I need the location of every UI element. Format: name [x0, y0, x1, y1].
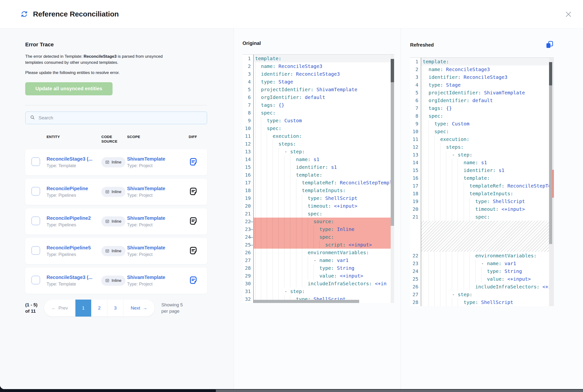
code-source-badge: Inline	[101, 276, 125, 286]
copy-button[interactable]	[545, 40, 554, 49]
page-number-button[interactable]: 2	[91, 300, 107, 316]
code-line: 14 name: s1	[410, 159, 554, 166]
code-line: 28 type: String	[242, 264, 394, 272]
code-line: 1template:	[410, 58, 554, 66]
entity-type-label: Type: Pipelines	[46, 222, 101, 228]
page-number-group: 123	[75, 300, 123, 316]
entity-type-label: Type: Template	[46, 163, 101, 168]
code-line: 30 includeInfraSelectors: <+in	[242, 280, 394, 288]
code-line: 9 type: Custom	[410, 120, 554, 128]
scope-type-label: Type: Project	[127, 252, 189, 257]
update-all-unsynced-entities-button[interactable]: Update all unsynced entities	[25, 82, 112, 95]
scope-link[interactable]: ShivamTemplate	[127, 245, 189, 250]
code-line: 13 - step:	[410, 151, 554, 159]
code-line: 5 projectIdentifier: ShivamTemplate	[410, 89, 554, 96]
close-button[interactable]	[564, 10, 573, 19]
search-input[interactable]	[38, 115, 202, 121]
original-horizontal-scrollbar[interactable]	[254, 300, 391, 303]
page-number-button[interactable]: 3	[107, 300, 123, 316]
entity-link[interactable]: ReconcileStage3 (...	[46, 274, 101, 280]
row-checkbox[interactable]	[31, 158, 40, 166]
code-line: 26 includeInfraSelectors: <+in	[410, 283, 554, 290]
code-line: 21 spec:	[242, 210, 394, 218]
code-line: 31 - step:	[242, 288, 394, 295]
error-trace-panel: Error Trace The error detected in Templa…	[0, 28, 234, 389]
pagination: (1 - 5) of 11 ← Prev 123 Next → Showing …	[25, 300, 207, 316]
table-row: ReconcilePipelineType: PipelinesInlineSh…	[25, 179, 207, 205]
code-gap-row	[410, 221, 554, 252]
code-line: 20 timeout: <+input>	[242, 202, 394, 210]
entity-type-label: Type: Template	[46, 282, 101, 287]
code-line: 5 projectIdentifier: ShivamTemplate	[242, 86, 394, 94]
code-source-label: Inline	[111, 219, 121, 224]
prev-page-button[interactable]: ← Prev	[44, 300, 75, 316]
row-checkbox[interactable]	[31, 276, 40, 284]
row-checkbox[interactable]	[31, 246, 40, 255]
refreshed-vertical-scrollbar-thumb[interactable]	[549, 62, 552, 244]
refreshed-panel-header: Refreshed	[410, 40, 554, 49]
page-horizontal-scrollbar[interactable]	[216, 390, 583, 392]
refreshed-code-lines: 1template:2 name: ReconcileStage33 ident…	[410, 58, 554, 306]
diff-icon[interactable]	[189, 216, 198, 226]
refreshed-label: Refreshed	[410, 42, 434, 48]
code-line: 16 template:	[242, 171, 394, 179]
entity-link[interactable]: ReconcileStage3 (...	[46, 156, 101, 162]
divider	[25, 105, 207, 105]
entity-link[interactable]: ReconcilePipeline2	[46, 216, 101, 221]
original-code-editor[interactable]: 1template:2 name: ReconcileStage33 ident…	[242, 54, 394, 303]
scope-link[interactable]: ShivamTemplate	[127, 156, 189, 162]
code-line: 14 name: s1	[242, 156, 394, 163]
page-number-button[interactable]: 1	[75, 300, 91, 316]
column-header-diff: DIFF	[189, 134, 200, 139]
refreshed-code-editor[interactable]: 1template:2 name: ReconcileStage33 ident…	[410, 58, 554, 306]
row-checkbox[interactable]	[31, 216, 40, 225]
refreshed-vertical-scrollbar[interactable]	[549, 58, 554, 306]
code-source-badge: Inline	[101, 246, 125, 256]
original-vertical-scrollbar-thumb[interactable]	[391, 59, 394, 226]
search-box	[25, 112, 207, 124]
code-line: 8 spec:	[242, 109, 394, 117]
code-line: 11 execution:	[242, 132, 394, 140]
table-row: ReconcilePipeline2Type: PipelinesInlineS…	[25, 208, 207, 234]
inline-source-icon	[105, 190, 109, 194]
error-trace-heading: Error Trace	[25, 42, 207, 48]
diff-icon[interactable]	[189, 157, 198, 166]
original-horizontal-scrollbar-thumb[interactable]	[254, 300, 359, 303]
original-vertical-scrollbar[interactable]	[391, 54, 394, 303]
code-source-label: Inline	[111, 190, 121, 194]
code-line: 7 tags: {}	[242, 101, 394, 109]
prev-page-label: Prev	[58, 306, 68, 311]
code-line: 17 templateRef: ReconcileStepTempl	[410, 182, 554, 190]
code-line: 3 identifier: ReconcileStage3	[410, 73, 554, 81]
code-line: 12 steps:	[242, 140, 394, 148]
scope-link[interactable]: ShivamTemplate	[127, 216, 189, 221]
code-line: 15 identifier: s1	[242, 163, 394, 171]
code-line: 21 spec:	[410, 213, 554, 221]
entity-link[interactable]: ReconcilePipeline	[46, 186, 101, 192]
row-checkbox[interactable]	[31, 187, 40, 196]
code-source-badge: Inline	[101, 157, 125, 168]
code-line: 25– script: <+input>	[242, 241, 394, 249]
code-line: 12 steps:	[410, 143, 554, 151]
code-line: 20 timeout: <+input>	[410, 205, 554, 213]
refreshed-scrollbar-cap	[549, 62, 552, 86]
entity-link[interactable]: ReconcilePipeline5	[46, 245, 101, 250]
scope-link[interactable]: ShivamTemplate	[127, 186, 189, 192]
inline-source-icon	[105, 219, 109, 224]
scope-link[interactable]: ShivamTemplate	[127, 274, 189, 280]
next-page-button[interactable]: Next →	[123, 300, 154, 316]
code-source-badge: Inline	[101, 187, 125, 197]
diff-icon[interactable]	[189, 276, 198, 285]
next-page-label: Next	[131, 306, 140, 311]
code-line: 18 templateInputs:	[410, 190, 554, 198]
code-line: 4 type: Stage	[242, 78, 394, 86]
diff-ruler-marker	[552, 170, 554, 198]
diff-icon[interactable]	[189, 187, 198, 196]
original-panel: Original 1template:2 name: ReconcileStag…	[234, 28, 401, 389]
diff-icon[interactable]	[189, 246, 198, 255]
original-scrollbar-cap	[391, 59, 394, 82]
code-line: 6 orgIdentifier: default	[410, 96, 554, 104]
code-line: 18 templateInputs:	[242, 186, 394, 194]
code-line: 27 - name: var1	[242, 256, 394, 264]
dialog-title: Reference Reconciliation	[33, 10, 119, 18]
